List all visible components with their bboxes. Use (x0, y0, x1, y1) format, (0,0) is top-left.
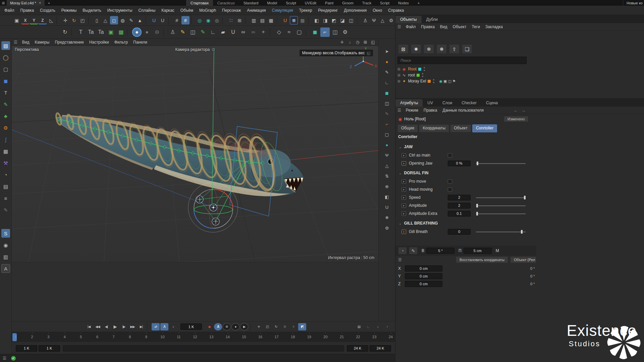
param-slider[interactable] (476, 195, 526, 200)
cylinder-primitive-icon[interactable]: ▯ (93, 16, 101, 24)
panel-gear-icon[interactable]: ⚙ (340, 27, 350, 37)
keyframe-mode-icon[interactable]: ◩ (298, 323, 306, 330)
attr-menu-режим[interactable]: Режим (403, 108, 421, 113)
layer-shelf-icon[interactable]: ▤ (1, 182, 10, 191)
coordinate-menu-icon[interactable]: ☰ (398, 257, 402, 262)
fill-weights-icon[interactable]: ▰ (218, 27, 228, 37)
camera-label[interactable]: Камера редактора ⊡ (175, 47, 215, 52)
pen-sphere-icon[interactable]: ✎ (1, 100, 10, 109)
param-slider[interactable] (476, 203, 526, 208)
workspace-tab-стартовая[interactable]: Стартовая (186, 0, 213, 6)
coordinate-button-восстановить-координаты[interactable]: Восстановить координаты (456, 256, 508, 263)
display-tag-icon[interactable]: ◫ (448, 79, 451, 83)
axis-ring-icon[interactable]: ◔ (398, 247, 407, 254)
frame-tick-label[interactable]: 18 (291, 335, 295, 339)
sphere-primitive-icon[interactable]: ◍ (119, 16, 127, 24)
object-menu-объект[interactable]: Объект (450, 24, 469, 29)
param-checkbox[interactable] (448, 179, 452, 184)
render-region-icon[interactable]: ▥ (250, 16, 258, 24)
record-key-icon[interactable]: ◆ (205, 323, 213, 330)
menu-создать[interactable]: Создать (37, 8, 58, 13)
arrow-cursor-icon[interactable]: ➤ (383, 47, 391, 55)
rotation-value[interactable]: 0 ° (530, 280, 544, 288)
expand-icon[interactable]: ◱ (367, 51, 370, 55)
text-kern-icon[interactable]: Ta (86, 27, 96, 37)
workspace-tab-caracticus[interactable]: Caracticus (213, 0, 239, 6)
quantize-icon[interactable]: # (181, 16, 190, 24)
weight-mirror-icon[interactable]: ◫ (188, 27, 198, 37)
record-settings-icon[interactable]: ⚙ (223, 323, 231, 330)
attr-tab-checker[interactable]: Checker (457, 99, 481, 107)
magnet-b-icon[interactable]: U (228, 27, 238, 37)
pick-axis-icon[interactable]: ✎ (409, 247, 418, 254)
corner-icon[interactable]: ⌐ (383, 120, 391, 128)
shelf2-icon[interactable]: ▥ (1, 252, 10, 261)
coordinate-value-field[interactable]: 0 cm (405, 273, 442, 279)
object-tree-row[interactable]: ⊞◉Root (397, 66, 528, 72)
play-icon[interactable]: ▶ (111, 323, 119, 330)
character-icon[interactable]: ♙ (361, 16, 369, 24)
object-menu-вид[interactable]: Вид (437, 24, 450, 29)
range-end-field[interactable]: 24 K (347, 345, 368, 352)
asset-icon[interactable]: A (1, 264, 10, 273)
key-rotation-icon[interactable]: ↻ (272, 323, 280, 330)
window-split-icon[interactable]: ◫ (330, 27, 340, 37)
menu-правка[interactable]: Правка (17, 8, 37, 13)
existence-s-icon[interactable]: S (1, 229, 10, 238)
frame-tick-label[interactable]: 10 (160, 335, 164, 339)
layer-color-chip[interactable] (428, 80, 431, 83)
uv-grid-green-icon[interactable]: ▣ (106, 27, 116, 37)
param-key-icon[interactable]: ▸ (401, 212, 406, 216)
expand-icon[interactable]: ⊞ (397, 67, 400, 71)
lock-tag-icon[interactable]: ▣ (443, 79, 447, 83)
snowflake-icon[interactable]: ❄ (424, 44, 434, 54)
save-timeline-icon[interactable]: ↓ (374, 323, 382, 330)
viewport-menu-представление[interactable]: Представление (52, 40, 87, 45)
object-tree-row[interactable]: ⊞✦Moray Eel◉▣◫⚑ (397, 78, 528, 84)
scale-tool-icon[interactable]: ◰ (78, 16, 87, 24)
menu-окно[interactable]: Окно (370, 8, 385, 13)
attr-menu-правка[interactable]: Правка (421, 108, 440, 113)
workspace-tab-sculpt[interactable]: Sculpt (281, 0, 301, 6)
viewport-menu-icon[interactable]: ☰ (14, 40, 17, 45)
param-key-icon[interactable]: ▸ (401, 161, 406, 166)
expand-icon[interactable]: ⊞ (397, 73, 400, 77)
menu-персонаж[interactable]: Персонаж (219, 8, 244, 13)
attribute-menu-icon[interactable]: ☰ (397, 108, 401, 113)
layout-d-icon[interactable]: ◪ (338, 16, 346, 24)
box-icon[interactable]: ▢ (383, 130, 391, 138)
menu-анимация[interactable]: Анимация (244, 8, 269, 13)
close-icon[interactable]: × (39, 1, 41, 5)
frame-tick-label[interactable]: 11 (177, 335, 180, 339)
modified-badge[interactable]: Изменено (504, 116, 528, 122)
weight-smooth-icon[interactable]: ● (142, 27, 152, 37)
landscape-icon[interactable]: ▲ (136, 16, 144, 24)
param-key-icon[interactable]: ▸ (401, 230, 406, 234)
coord-corner-icon[interactable]: ∟ (364, 323, 372, 330)
workspace-tab-groom[interactable]: Groom (338, 0, 358, 6)
rotate-tool-icon[interactable]: ↻ (70, 16, 78, 24)
next-key-icon[interactable]: ▶▶ (128, 323, 137, 330)
point-orange-icon[interactable]: ● (383, 58, 391, 66)
tri-icon[interactable]: △ (383, 162, 391, 170)
viewport-menu-панели[interactable]: Панели (130, 40, 150, 45)
param-checkbox[interactable] (448, 187, 452, 192)
delta-icon[interactable]: △ (379, 16, 387, 24)
panel-tab-дубли[interactable]: Дубли (422, 16, 443, 23)
target-icon[interactable]: ⊕ (383, 182, 391, 190)
gear-object-icon[interactable]: ⚙ (1, 123, 10, 132)
frame-tick-label[interactable]: 13 (209, 335, 213, 339)
qr-icon[interactable]: ▦ (290, 16, 298, 24)
param-key-icon[interactable]: ▸ (401, 203, 406, 208)
tree-object-icon[interactable]: ♣ (1, 112, 10, 120)
viewport-menu-настройки[interactable]: Настройки (87, 40, 112, 45)
attr-subtab-координаты[interactable]: Координаты (419, 124, 449, 132)
split-icon[interactable]: ◧ (383, 193, 391, 201)
pen-tool-icon[interactable]: ✎ (127, 16, 135, 24)
group-header[interactable]: ⌄JAW (399, 142, 529, 151)
capture-icon[interactable]: ▩ (299, 16, 307, 24)
param-value-field[interactable]: 0.1 (448, 211, 471, 217)
ik-icon[interactable]: Ψ (383, 151, 391, 159)
dope-sheet-icon[interactable]: ▢ (294, 27, 304, 37)
group-header[interactable]: ⌄DORSAL FIN (399, 169, 529, 177)
